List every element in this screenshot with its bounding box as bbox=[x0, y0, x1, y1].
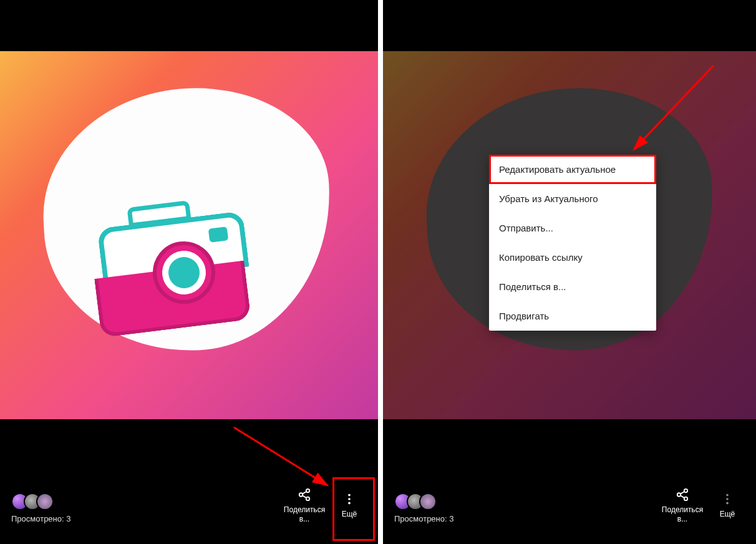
avatar-stack bbox=[11, 493, 54, 510]
share-icon bbox=[298, 488, 311, 502]
svg-point-14 bbox=[726, 494, 729, 497]
svg-point-7 bbox=[348, 502, 351, 505]
svg-point-6 bbox=[348, 498, 351, 500]
viewers-block[interactable]: Просмотрено: 3 bbox=[394, 488, 453, 523]
top-black-bar bbox=[0, 0, 378, 51]
viewers-block[interactable]: Просмотрено: 3 bbox=[11, 488, 70, 523]
avatar bbox=[419, 493, 437, 510]
svg-line-4 bbox=[303, 495, 306, 498]
menu-item-remove-highlight[interactable]: Убрать из Актуального bbox=[489, 184, 656, 213]
svg-line-13 bbox=[681, 495, 684, 498]
svg-line-3 bbox=[303, 492, 306, 494]
menu-item-edit-highlight[interactable]: Редактировать актуальное bbox=[489, 155, 656, 184]
share-button[interactable]: Поделиться в... bbox=[282, 481, 327, 531]
svg-point-0 bbox=[306, 489, 310, 493]
more-label: Ещё bbox=[720, 510, 735, 518]
story-bottom-bar: Просмотрено: 3 Поделиться в... Ещё bbox=[0, 472, 378, 544]
menu-item-share[interactable]: Поделиться в... bbox=[489, 272, 656, 301]
svg-point-9 bbox=[684, 489, 688, 493]
svg-point-1 bbox=[299, 493, 303, 497]
svg-point-16 bbox=[726, 502, 729, 505]
share-icon bbox=[676, 488, 689, 502]
story-content[interactable] bbox=[0, 51, 378, 419]
top-black-bar bbox=[383, 0, 756, 51]
svg-point-10 bbox=[677, 493, 681, 497]
more-button[interactable]: Ещё bbox=[327, 481, 372, 531]
share-button[interactable]: Поделиться в... bbox=[660, 481, 705, 531]
menu-item-promote[interactable]: Продвигать bbox=[489, 301, 656, 331]
camera-illustration bbox=[100, 207, 256, 332]
svg-point-11 bbox=[684, 497, 688, 501]
svg-point-15 bbox=[726, 498, 729, 500]
more-vertical-icon bbox=[720, 492, 734, 506]
left-screenshot: Просмотрено: 3 Поделиться в... Ещё bbox=[0, 0, 378, 544]
story-bottom-bar: Просмотрено: 3 Поделиться в... Ещё bbox=[383, 472, 756, 544]
view-count-label: Просмотрено: 3 bbox=[11, 514, 70, 523]
svg-point-5 bbox=[348, 494, 351, 497]
menu-item-send[interactable]: Отправить... bbox=[489, 213, 656, 243]
svg-line-12 bbox=[681, 492, 684, 494]
more-button[interactable]: Ещё bbox=[705, 481, 750, 531]
share-label: Поделиться в... bbox=[282, 505, 327, 523]
avatar bbox=[36, 493, 54, 510]
more-menu: Редактировать актуальное Убрать из Актуа… bbox=[489, 155, 656, 331]
share-label: Поделиться в... bbox=[660, 505, 705, 523]
right-screenshot: Редактировать актуальное Убрать из Актуа… bbox=[378, 0, 756, 544]
more-vertical-icon bbox=[342, 492, 356, 506]
view-count-label: Просмотрено: 3 bbox=[394, 514, 453, 523]
menu-item-copy-link[interactable]: Копировать ссылку bbox=[489, 243, 656, 272]
more-label: Ещё bbox=[342, 510, 357, 518]
avatar-stack bbox=[394, 493, 437, 510]
svg-point-2 bbox=[306, 497, 310, 501]
